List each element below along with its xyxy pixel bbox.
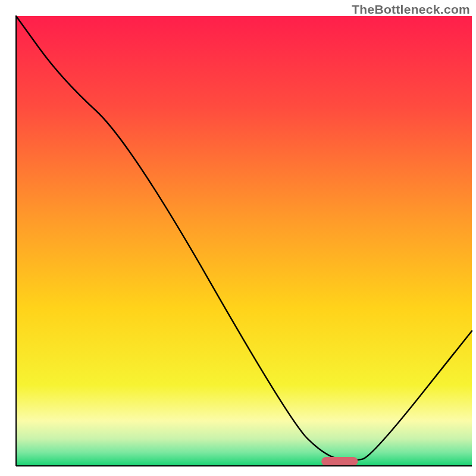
optimal-marker xyxy=(321,457,358,466)
watermark-text: TheBottleneck.com xyxy=(352,2,470,17)
bottleneck-chart xyxy=(0,0,476,476)
plot-background xyxy=(16,16,472,466)
chart-container: TheBottleneck.com xyxy=(0,0,476,476)
